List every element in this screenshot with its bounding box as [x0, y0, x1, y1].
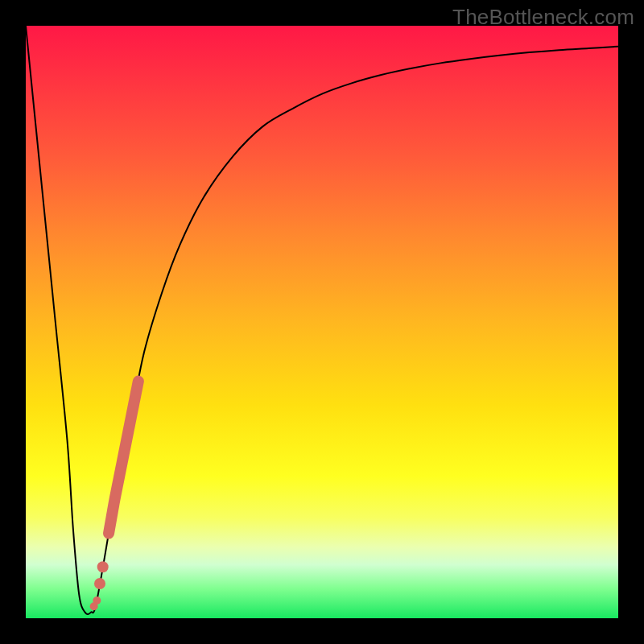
- watermark-text: TheBottleneck.com: [452, 5, 634, 30]
- marker-dot: [97, 561, 109, 572]
- marker-group: [90, 382, 138, 611]
- marker-dot: [94, 578, 105, 589]
- marker-thick-segment: [109, 382, 138, 534]
- plot-area: [26, 26, 618, 618]
- curve-overlay: [26, 26, 618, 618]
- marker-dot: [90, 602, 98, 610]
- chart-frame: TheBottleneck.com: [0, 0, 644, 644]
